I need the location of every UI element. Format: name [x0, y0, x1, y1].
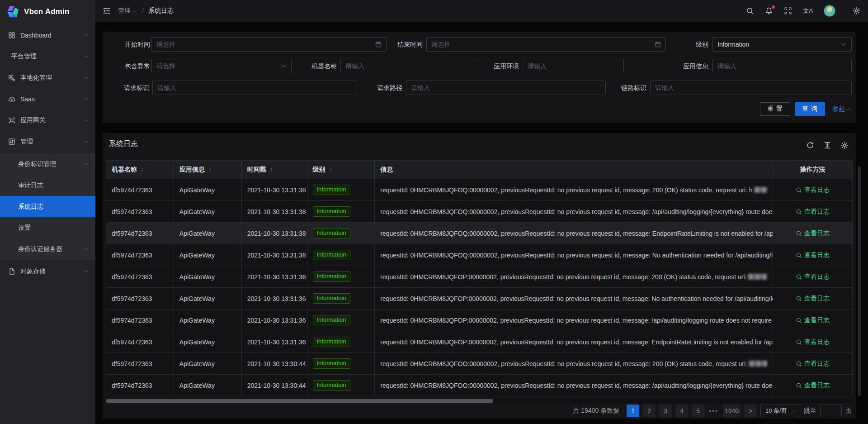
- column-header-time[interactable]: 时间戳: [242, 161, 307, 179]
- view-log-link[interactable]: 查看日志: [796, 186, 830, 194]
- view-log-label: 查看日志: [804, 186, 830, 194]
- column-settings-icon[interactable]: [840, 141, 849, 149]
- view-log-link[interactable]: 查看日志: [796, 360, 830, 368]
- cell-action: 查看日志: [773, 179, 852, 200]
- jump-page-input[interactable]: [820, 405, 842, 417]
- column-header-machine[interactable]: 机器名称: [106, 161, 174, 179]
- sidebar-item-localization[interactable]: 本地化管理: [0, 68, 95, 88]
- notification-dot: [772, 5, 775, 9]
- view-log-link[interactable]: 查看日志: [796, 251, 830, 259]
- sidebar-item-audit-log[interactable]: 审计日志: [0, 175, 95, 196]
- logo[interactable]: Vben Admin: [0, 0, 95, 24]
- cell-message: requestId: 0HMCRBM8JQFOQ:00000002, previ…: [375, 179, 773, 200]
- cell-machine: df5974d72363: [106, 331, 174, 353]
- cell-app: ApiGateWay: [174, 266, 242, 287]
- view-log-link[interactable]: 查看日志: [796, 295, 830, 303]
- sidebar-item-object-storage[interactable]: 对象存储: [0, 262, 95, 281]
- avatar[interactable]: [824, 5, 835, 17]
- sort-icon[interactable]: [269, 167, 274, 173]
- cell-app: ApiGateWay: [174, 331, 242, 353]
- level-field[interactable]: Information: [712, 37, 852, 52]
- sidebar-item-auth-server[interactable]: 身份认证服务器: [0, 238, 95, 260]
- view-log-link[interactable]: 查看日志: [796, 381, 830, 390]
- search-button[interactable]: 查 询: [795, 102, 825, 116]
- chevron-down-icon: [84, 118, 89, 123]
- level-badge: Information: [313, 272, 350, 282]
- next-page-button[interactable]: >: [744, 405, 757, 417]
- sort-icon[interactable]: [328, 167, 333, 173]
- level-badge: Information: [313, 250, 350, 260]
- column-header-app[interactable]: 应用信息: [174, 161, 242, 179]
- sort-icon[interactable]: [208, 167, 212, 173]
- breadcrumb: 管理 / 系统日志: [118, 7, 174, 15]
- breadcrumb-parent-label: 管理: [118, 7, 131, 15]
- view-log-link[interactable]: 查看日志: [796, 229, 830, 238]
- view-log-link[interactable]: 查看日志: [796, 316, 830, 324]
- filter-panel: 开始时间 结束时间 级别 Information 包含异常 请选择 机器名称 应…: [103, 32, 856, 123]
- level-label: 级别: [650, 37, 708, 52]
- column-header-level[interactable]: 级别: [307, 161, 375, 179]
- table-row: df5974d72363 ApiGateWay 2021-10-30 13:31…: [106, 200, 852, 222]
- view-log-label: 查看日志: [804, 338, 830, 346]
- app_info-input[interactable]: [717, 62, 838, 70]
- row-height-icon[interactable]: [823, 141, 831, 149]
- page-button-1[interactable]: 1: [627, 405, 639, 417]
- chevron-down-icon: [84, 269, 89, 274]
- horizontal-scrollbar-thumb[interactable]: [106, 399, 493, 403]
- table-row: df5974d72363 ApiGateWay 2021-10-30 13:31…: [106, 244, 852, 266]
- cell-machine: df5974d72363: [106, 353, 174, 374]
- app_info-field[interactable]: [712, 59, 852, 73]
- fullscreen-icon[interactable]: [784, 7, 792, 15]
- page-size-value: 10 条/页: [765, 407, 787, 415]
- settings-gear-icon[interactable]: [853, 7, 861, 15]
- pagination-ellipsis[interactable]: •••: [708, 407, 719, 414]
- sidebar-item-app-gateway[interactable]: 应用网关: [0, 110, 95, 130]
- sidebar-item-dashboard[interactable]: Dashboard: [0, 25, 95, 45]
- sidebar-item-saas[interactable]: Saas: [0, 89, 95, 109]
- page-button-4[interactable]: 4: [675, 405, 688, 417]
- sidebar-item-settings[interactable]: 设置: [0, 217, 95, 238]
- page-button-1940[interactable]: 1940: [723, 405, 741, 417]
- sidebar-item-label: 审计日志: [18, 181, 89, 190]
- search-icon[interactable]: [746, 7, 754, 15]
- sidebar-item-management[interactable]: 管理: [0, 132, 95, 152]
- page-button-5[interactable]: 5: [692, 405, 704, 417]
- reset-button[interactable]: 重 置: [760, 102, 790, 116]
- column-label: 信息: [380, 166, 393, 174]
- level-badge: Information: [313, 380, 350, 391]
- cell-message: requestId: 0HMCRBM8JQFOQ:00000002, previ…: [375, 223, 773, 244]
- sidebar-item-identity-mgmt[interactable]: 身份标识管理: [0, 153, 95, 175]
- cell-app: ApiGateWay: [174, 375, 242, 396]
- view-log-link[interactable]: 查看日志: [796, 208, 830, 216]
- sidebar-item-system-log[interactable]: 系统日志: [0, 196, 95, 217]
- cell-time: 2021-10-30 13:31:38: [242, 201, 307, 222]
- chevron-up-icon: [84, 139, 89, 144]
- view-log-link[interactable]: 查看日志: [796, 338, 830, 346]
- vertical-scrollbar[interactable]: [858, 166, 861, 396]
- sidebar-item-platform-mgmt[interactable]: 平台管理: [0, 47, 95, 67]
- menu-fold-icon[interactable]: [103, 7, 111, 15]
- redacted-text: [749, 361, 767, 367]
- refresh-icon[interactable]: [806, 141, 814, 149]
- breadcrumb-parent[interactable]: 管理: [118, 7, 137, 15]
- cell-action: 查看日志: [773, 201, 852, 222]
- trace_id-field[interactable]: [650, 81, 852, 95]
- cell-machine: df5974d72363: [106, 244, 174, 266]
- cell-time: 2021-10-30 13:31:38: [242, 223, 307, 244]
- dashboard-icon: [8, 32, 15, 39]
- page-button-3[interactable]: 3: [659, 405, 672, 417]
- page-button-2[interactable]: 2: [643, 405, 656, 417]
- horizontal-scrollbar[interactable]: [106, 399, 853, 403]
- view-log-label: 查看日志: [804, 316, 830, 324]
- bell-icon[interactable]: [765, 7, 773, 15]
- level-value: Information: [717, 41, 749, 48]
- view-log-link[interactable]: 查看日志: [796, 273, 830, 281]
- trace_id-input[interactable]: [655, 84, 838, 91]
- magnifier-icon: [796, 317, 802, 324]
- page-size-select[interactable]: 10 条/页: [760, 405, 800, 417]
- translate-icon[interactable]: 文A: [803, 7, 813, 15]
- page-unit-label: 页: [845, 407, 852, 415]
- sort-icon[interactable]: [140, 167, 145, 173]
- collapse-link[interactable]: 收起: [832, 105, 852, 113]
- cell-action: 查看日志: [773, 266, 852, 287]
